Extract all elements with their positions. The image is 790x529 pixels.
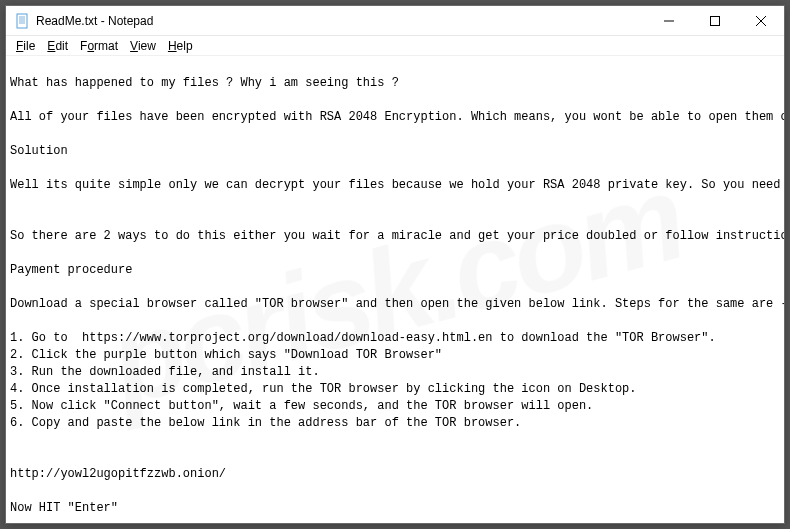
menubar: File Edit Format View Help	[6, 36, 784, 56]
close-button[interactable]	[738, 6, 784, 35]
maximize-button[interactable]	[692, 6, 738, 35]
titlebar: ReadMe.txt - Notepad	[6, 6, 784, 36]
minimize-button[interactable]	[646, 6, 692, 35]
notepad-window: ReadMe.txt - Notepad File Edit Format Vi…	[5, 5, 785, 524]
text-editor[interactable]	[6, 56, 784, 523]
window-controls	[646, 6, 784, 35]
window-title: ReadMe.txt - Notepad	[36, 14, 646, 28]
menu-help[interactable]: Help	[162, 38, 199, 54]
menu-edit[interactable]: Edit	[41, 38, 74, 54]
svg-rect-6	[711, 16, 720, 25]
menu-format[interactable]: Format	[74, 38, 124, 54]
notepad-icon	[14, 13, 30, 29]
menu-file[interactable]: File	[10, 38, 41, 54]
menu-view[interactable]: View	[124, 38, 162, 54]
content-area: pcrisk.com	[6, 56, 784, 523]
